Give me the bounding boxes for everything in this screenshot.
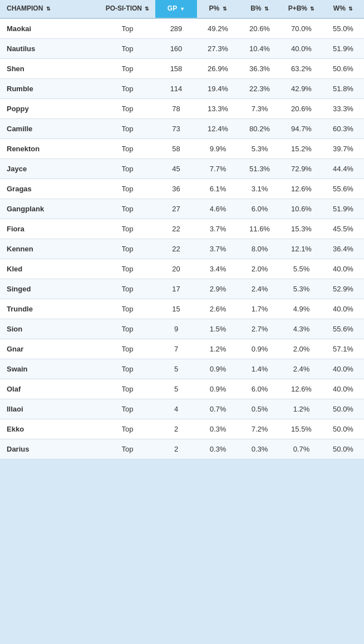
col-pb-pct[interactable]: P+B% [281,0,322,18]
cell-position: Top [100,138,155,158]
cell-p_pct: 27.3% [197,38,239,58]
cell-p_pct: 0.9% [197,379,239,399]
cell-p_pct: 0.9% [197,359,239,379]
cell-p_pct: 0.3% [197,439,239,459]
table-header-row: CHAMPION PO-SI-TION GP P% B% [0,0,364,18]
cell-gp: 114 [155,78,197,98]
cell-position: Top [100,158,155,179]
cell-pb_pct: 12.6% [281,179,322,199]
table-row: MaokaiTop28949.2%20.6%70.0%55.0% [0,18,364,39]
table-row: IllaoiTop40.7%0.5%1.2%50.0% [0,399,364,419]
cell-pb_pct: 4.3% [281,319,322,339]
cell-champion: Jayce [0,158,100,179]
cell-pb_pct: 2.4% [281,359,322,379]
cell-p_pct: 6.1% [197,179,239,199]
cell-w_pct: 55.6% [322,179,364,199]
cell-w_pct: 51.8% [322,78,364,98]
cell-position: Top [100,38,155,58]
cell-p_pct: 1.2% [197,339,239,359]
cell-p_pct: 2.9% [197,279,239,299]
cell-w_pct: 57.1% [322,339,364,359]
table-row: GnarTop71.2%0.9%2.0%57.1% [0,339,364,359]
table-row: EkkoTop20.3%7.2%15.5%50.0% [0,419,364,439]
cell-pb_pct: 70.0% [281,18,322,39]
cell-p_pct: 9.9% [197,138,239,158]
cell-w_pct: 55.6% [322,319,364,339]
cell-champion: Darius [0,439,100,459]
col-p-pct[interactable]: P% [197,0,239,18]
cell-pb_pct: 5.3% [281,279,322,299]
cell-position: Top [100,419,155,439]
cell-b_pct: 8.0% [239,239,281,259]
cell-b_pct: 20.6% [239,18,281,39]
cell-b_pct: 3.1% [239,179,281,199]
cell-b_pct: 80.2% [239,118,281,138]
table-row: SingedTop172.9%2.4%5.3%52.9% [0,279,364,299]
cell-pb_pct: 63.2% [281,58,322,78]
cell-w_pct: 40.0% [322,259,364,279]
table-row: CamilleTop7312.4%80.2%94.7%60.3% [0,118,364,138]
col-champion-label: CHAMPION [7,4,43,12]
cell-position: Top [100,118,155,138]
table-row: OlafTop50.9%6.0%12.6%40.0% [0,379,364,399]
cell-position: Top [100,18,155,39]
cell-w_pct: 40.0% [322,299,364,319]
cell-w_pct: 45.5% [322,219,364,239]
cell-p_pct: 2.6% [197,299,239,319]
cell-gp: 73 [155,118,197,138]
cell-b_pct: 7.3% [239,98,281,118]
cell-b_pct: 1.4% [239,359,281,379]
col-pb-pct-sort-icon [310,6,314,13]
cell-champion: Trundle [0,299,100,319]
cell-p_pct: 13.3% [197,98,239,118]
cell-champion: Kled [0,259,100,279]
col-w-pct[interactable]: W% [322,0,364,18]
table-row: KennenTop223.7%8.0%12.1%36.4% [0,239,364,259]
col-champion-sort-icon [46,6,51,13]
cell-position: Top [100,179,155,199]
cell-p_pct: 3.7% [197,239,239,259]
cell-p_pct: 7.7% [197,158,239,179]
cell-pb_pct: 1.2% [281,399,322,419]
cell-champion: Shen [0,58,100,78]
cell-p_pct: 12.4% [197,118,239,138]
cell-b_pct: 10.4% [239,38,281,58]
cell-w_pct: 51.9% [322,199,364,219]
cell-pb_pct: 5.5% [281,259,322,279]
cell-position: Top [100,319,155,339]
cell-b_pct: 36.3% [239,58,281,78]
cell-pb_pct: 15.2% [281,138,322,158]
col-b-pct[interactable]: B% [239,0,281,18]
cell-champion: Fiora [0,219,100,239]
cell-p_pct: 49.2% [197,18,239,39]
cell-position: Top [100,58,155,78]
col-b-pct-label: B% [250,4,261,12]
cell-b_pct: 6.0% [239,379,281,399]
cell-pb_pct: 40.0% [281,38,322,58]
cell-w_pct: 60.3% [322,118,364,138]
cell-champion: Maokai [0,18,100,39]
col-champion[interactable]: CHAMPION [0,0,100,18]
col-position[interactable]: PO-SI-TION [100,0,155,18]
stats-table-container: CHAMPION PO-SI-TION GP P% B% [0,0,364,459]
cell-gp: 15 [155,299,197,319]
cell-gp: 4 [155,399,197,419]
cell-pb_pct: 12.1% [281,239,322,259]
table-row: DariusTop20.3%0.3%0.7%50.0% [0,439,364,459]
cell-p_pct: 1.5% [197,319,239,339]
col-b-pct-sort-icon [264,6,269,13]
cell-champion: Olaf [0,379,100,399]
col-gp[interactable]: GP [155,0,197,18]
cell-champion: Illaoi [0,399,100,419]
cell-gp: 22 [155,219,197,239]
cell-pb_pct: 4.9% [281,299,322,319]
cell-champion: Renekton [0,138,100,158]
cell-p_pct: 4.6% [197,199,239,219]
table-row: GangplankTop274.6%6.0%10.6%51.9% [0,199,364,219]
champion-stats-table: CHAMPION PO-SI-TION GP P% B% [0,0,364,459]
col-position-sort-icon [145,6,149,13]
cell-position: Top [100,239,155,259]
cell-position: Top [100,439,155,459]
table-row: ShenTop15826.9%36.3%63.2%50.6% [0,58,364,78]
col-w-pct-label: W% [333,4,346,12]
